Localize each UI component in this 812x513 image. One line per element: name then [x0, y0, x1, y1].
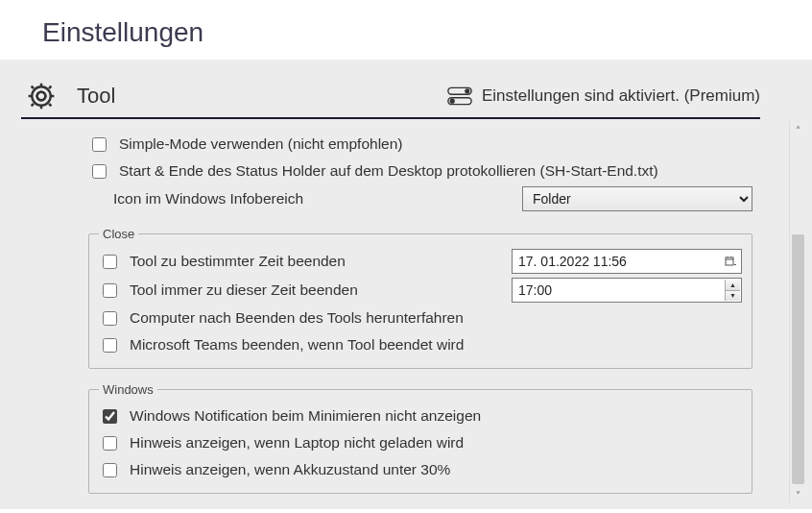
checkbox-input-battery-30[interactable] [103, 463, 117, 477]
group-close-legend: Close [99, 227, 138, 241]
scroll-track[interactable] [790, 138, 806, 486]
datetime-value: 17. 01.2022 11:56 [518, 254, 627, 269]
end-at-time-datetime[interactable]: 17. 01.2022 11:56 [512, 249, 742, 274]
svg-rect-9 [726, 257, 733, 265]
checkbox-input-end-always[interactable] [103, 283, 117, 298]
tray-icon-label: Icon im Windows Infobereich [113, 190, 522, 208]
checkbox-laptop-charge[interactable]: Hinweis anzeigen, wenn Laptop nicht gela… [99, 433, 742, 453]
toggle-icon [447, 86, 472, 107]
premium-status-label: Einstellungen sind aktiviert. (Premium) [482, 86, 760, 106]
checkbox-label: Tool immer zu dieser Zeit beenden [130, 281, 358, 299]
section-header: Tool Einstellungen sind aktiviert. (Prem… [21, 81, 760, 119]
checkbox-input-end-at-time[interactable] [103, 255, 117, 269]
checkbox-end-always[interactable]: Tool immer zu dieser Zeit beenden [99, 281, 512, 301]
group-windows-legend: Windows [99, 382, 157, 397]
checkbox-input-laptop-charge[interactable] [103, 436, 117, 451]
svg-point-3 [37, 92, 46, 101]
tray-icon-select[interactable]: Folder [522, 186, 752, 211]
checkbox-input-no-min-notif[interactable] [103, 409, 117, 424]
checkbox-protocol[interactable]: Start & Ende des Status Holder auf dem D… [88, 161, 752, 182]
checkbox-input-protocol[interactable] [92, 164, 107, 179]
checkbox-label: Computer nach Beenden des Tools herunter… [130, 309, 464, 327]
checkbox-label: Windows Notification beim Minimieren nic… [130, 407, 481, 425]
checkbox-quit-teams[interactable]: Microsoft Teams beenden, wenn Tool beend… [99, 335, 742, 355]
checkbox-no-min-notif[interactable]: Windows Notification beim Minimieren nic… [99, 406, 742, 427]
page-title: Einstellungen [0, 0, 812, 60]
svg-point-6 [465, 88, 469, 93]
checkbox-input-shutdown[interactable] [103, 311, 117, 326]
vertical-scrollbar[interactable]: ˄ ˅ [789, 121, 806, 503]
checkbox-simple-mode[interactable]: Simple-Mode verwenden (nicht empfohlen) [88, 134, 752, 155]
time-value: 17:00 [518, 282, 552, 298]
premium-status: Einstellungen sind aktiviert. (Premium) [447, 86, 760, 107]
checkbox-label: Hinweis anzeigen, wenn Laptop nicht gela… [130, 434, 464, 452]
gear-icon [26, 81, 57, 111]
group-windows: Windows Windows Notification beim Minimi… [88, 382, 752, 494]
calendar-dropdown-icon[interactable] [722, 252, 739, 271]
checkbox-label: Hinweis anzeigen, wenn Akkuzustand unter… [130, 461, 450, 478]
settings-panel: Tool Einstellungen sind aktiviert. (Prem… [0, 60, 812, 509]
scroll-thumb[interactable] [792, 234, 804, 484]
settings-scroll-body: Simple-Mode verwenden (nicht empfohlen) … [77, 119, 760, 505]
checkbox-label: Microsoft Teams beenden, wenn Tool beend… [130, 336, 464, 354]
checkbox-input-simple-mode[interactable] [92, 137, 107, 152]
svg-point-8 [450, 99, 455, 104]
group-close: Close Tool zu bestimmter Zeit beenden 17… [88, 227, 752, 369]
spin-down-icon[interactable]: ▼ [726, 290, 740, 302]
checkbox-end-at-time[interactable]: Tool zu bestimmter Zeit beenden [99, 252, 512, 272]
scroll-down-arrow-icon[interactable]: ˅ [790, 486, 806, 503]
checkbox-battery-30[interactable]: Hinweis anzeigen, wenn Akkuzustand unter… [99, 460, 742, 480]
scroll-up-arrow-icon[interactable]: ˄ [790, 121, 806, 138]
checkbox-label: Start & Ende des Status Holder auf dem D… [119, 162, 658, 180]
checkbox-label: Tool zu bestimmter Zeit beenden [130, 253, 346, 270]
checkbox-label: Simple-Mode verwenden (nicht empfohlen) [119, 135, 403, 153]
spin-up-icon[interactable]: ▲ [726, 280, 740, 290]
end-always-time[interactable]: 17:00 ▲ ▼ [512, 278, 742, 303]
svg-point-4 [32, 86, 50, 105]
checkbox-shutdown[interactable]: Computer nach Beenden des Tools herunter… [99, 308, 742, 329]
checkbox-input-quit-teams[interactable] [103, 338, 117, 353]
section-title: Tool [77, 84, 115, 109]
